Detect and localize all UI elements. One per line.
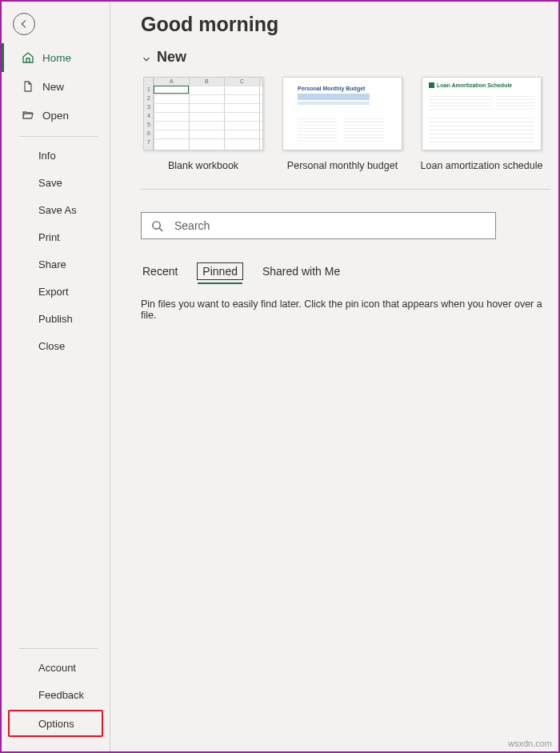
nav-account[interactable]: Account (2, 654, 110, 681)
chevron-down-icon (141, 52, 152, 63)
tab-recent[interactable]: Recent (141, 262, 179, 281)
tab-shared[interactable]: Shared with Me (261, 262, 342, 281)
nav-new[interactable]: New (2, 72, 110, 101)
nav-options[interactable]: Options (10, 711, 102, 735)
watermark: wsxdn.com (508, 739, 552, 748)
template-label: Loan amortization schedule (421, 160, 543, 171)
new-section-header[interactable]: New (141, 49, 550, 66)
template-thumbnail: Loan Amortization Schedule (422, 77, 542, 150)
search-input[interactable] (174, 219, 486, 232)
nav-open[interactable]: Open (2, 101, 110, 130)
page-title: Good morning (141, 13, 550, 36)
template-thumbnail: ABC 1234567 (143, 77, 263, 150)
nav-info[interactable]: Info (2, 142, 110, 169)
nav-label: New (42, 81, 64, 93)
nav-export[interactable]: Export (2, 278, 110, 305)
back-button[interactable] (13, 13, 35, 35)
search-icon (151, 220, 163, 232)
nav-label: Home (42, 52, 71, 64)
pinned-hint: Pin files you want to easily find later.… (141, 298, 550, 321)
search-box[interactable] (141, 212, 496, 239)
divider (19, 136, 98, 137)
home-icon (22, 51, 34, 64)
template-loan-amortization[interactable]: Loan Amortization Schedule Loan amortiza… (419, 77, 544, 171)
back-arrow-icon (18, 18, 30, 30)
sidebar-bottom: Account Feedback Options (2, 642, 110, 751)
template-label: Personal monthly budget (287, 160, 398, 171)
main-area: Good morning New ABC 1234567 Blank workb… (110, 2, 558, 751)
folder-open-icon (22, 109, 34, 122)
nav-save[interactable]: Save (2, 169, 110, 196)
recent-tabs: Recent Pinned Shared with Me (141, 262, 550, 281)
nav-publish[interactable]: Publish (2, 305, 110, 332)
nav-home[interactable]: Home (2, 43, 110, 72)
svg-point-0 (153, 221, 160, 228)
options-highlight: Options (8, 710, 103, 737)
template-personal-budget[interactable]: Personal Monthly Budget Personal monthly… (280, 77, 405, 171)
backstage-view: Home New Open Info Save Save As Print Sh… (2, 2, 558, 751)
nav-save-as[interactable]: Save As (2, 196, 110, 223)
template-blank-workbook[interactable]: ABC 1234567 Blank workbook (141, 77, 266, 171)
new-section-title: New (157, 49, 186, 66)
nav-feedback[interactable]: Feedback (2, 681, 110, 708)
sidebar: Home New Open Info Save Save As Print Sh… (2, 2, 110, 751)
divider (19, 648, 98, 649)
template-thumbnail: Personal Monthly Budget (282, 77, 402, 150)
nav-label: Open (42, 110, 69, 122)
nav-close[interactable]: Close (2, 332, 110, 359)
template-label: Blank workbook (168, 160, 238, 171)
templates-row: ABC 1234567 Blank workbook Personal Mont… (141, 77, 550, 190)
nav-print[interactable]: Print (2, 223, 110, 250)
nav-share[interactable]: Share (2, 250, 110, 278)
tab-pinned[interactable]: Pinned (197, 262, 243, 280)
file-icon (22, 80, 34, 93)
